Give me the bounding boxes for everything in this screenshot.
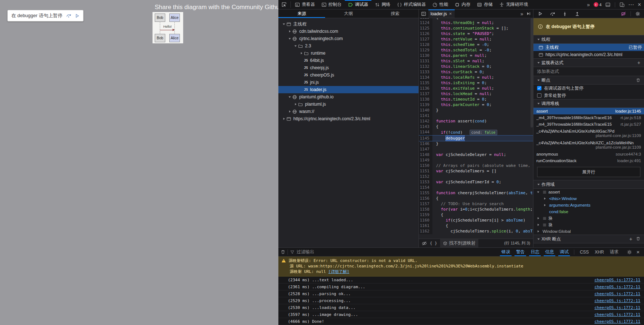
console-filter-调试[interactable]: 调试 [557, 248, 571, 256]
blackbox-source-icon[interactable] [422, 241, 427, 246]
scope-row[interactable]: <this>: Window [533, 195, 644, 202]
section-threads[interactable]: 线程 [533, 35, 644, 44]
line-number[interactable]: 1148 [419, 152, 432, 158]
line-number[interactable]: 1129 [419, 48, 432, 53]
scope-row[interactable]: 块 [533, 215, 644, 222]
code-line-1156[interactable]: 1156{ [419, 196, 533, 201]
breakpoint-option[interactable]: 异常处暂停 [533, 92, 644, 99]
code-line-1149[interactable]: 1149 [419, 158, 533, 163]
section-breakpoints[interactable]: 断点 [533, 76, 644, 85]
tree-item-https-cjrtnc.leaningtech.com-2.3-c.html[interactable]: https://cjrtnc.leaningtech.com/2.3/c.htm… [278, 115, 419, 122]
scope-row[interactable]: Window: Global [533, 228, 644, 235]
code-line-1126[interactable]: 1126 this.state = "PAUSED"; [419, 31, 533, 37]
line-number[interactable]: 1126 [419, 31, 432, 37]
chevron-right-icon[interactable] [542, 197, 547, 200]
line-number[interactable]: 1145 [419, 136, 432, 141]
chevron-down-icon[interactable] [293, 44, 298, 47]
tree-item-cdn.tailwindcss.com[interactable]: cdn.tailwindcss.com [278, 28, 419, 35]
scope-row[interactable]: assert [533, 189, 644, 195]
remove-breakpoints-trash-icon[interactable] [636, 78, 640, 82]
line-number[interactable]: 1137 [419, 91, 432, 97]
code-line-1130[interactable]: 1130 this.parent = null; [419, 53, 533, 59]
learn-more-link[interactable]: [详细了解] [328, 269, 349, 274]
code-line-1137[interactable]: 1137 this.lockHead = null; [419, 91, 533, 97]
code-line-1133[interactable]: 1133 this.curStack = 0; [419, 70, 533, 75]
code-line-1143[interactable]: 1143{ [419, 124, 533, 130]
chevron-down-icon[interactable] [536, 191, 541, 193]
add-xhr-breakpoint-icon[interactable]: + [629, 236, 632, 242]
console-filter-信息[interactable]: 信息 [543, 248, 556, 256]
split-console-icon[interactable] [605, 2, 610, 7]
code-line-1128[interactable]: 1128 this.schedTime = -0; [419, 42, 533, 48]
line-number[interactable]: 1146 [419, 141, 432, 147]
add-expression-input[interactable]: 添加表达式 [533, 67, 644, 76]
code-line-1145[interactable]: 1145 debugger [419, 135, 533, 141]
line-number[interactable]: 1143 [419, 124, 432, 130]
code-line-1153[interactable]: 1153var cjScheduledTimerId = 0; [419, 180, 533, 185]
step-out-icon[interactable] [575, 11, 580, 16]
code-area[interactable]: 1123{1124 this.threadObj = null;1125 thi… [419, 18, 533, 239]
expand-rows-button[interactable]: 展开行 [537, 167, 640, 177]
line-number[interactable]: 1142 [419, 119, 432, 124]
scope-row[interactable]: arguments: Arguments [533, 202, 644, 208]
code-line-1150[interactable]: 1150// Arrays of pairs (absolute wake ti… [419, 163, 533, 169]
line-number[interactable]: 1156 [419, 196, 432, 201]
debugger-settings-gear-icon[interactable] [635, 11, 640, 16]
add-watch-icon[interactable]: + [637, 60, 640, 65]
line-number[interactable]: 1158 [419, 207, 432, 212]
chevron-right-icon[interactable] [542, 204, 547, 207]
console-settings-gear-icon[interactable] [627, 250, 632, 255]
line-number[interactable]: 1159 [419, 212, 432, 218]
code-line-1157[interactable]: 1157 // TODO: Use binary search [419, 201, 533, 207]
tree-item-jni.js[interactable]: JSjni.js [278, 79, 419, 86]
resume-icon[interactable] [538, 11, 543, 16]
scope-row[interactable]: 块 [533, 222, 644, 228]
code-line-1155[interactable]: 1155function cheerpjScheduleTimer(absTim… [419, 191, 533, 196]
chevron-right-icon[interactable] [536, 217, 541, 220]
code-line-1148[interactable]: 1148var cjScheduleDelayer = null; [419, 152, 533, 158]
source-tab-来源[interactable]: 来源 [278, 9, 325, 18]
tree-item-cjrtnc.leaningtech.com[interactable]: cjrtnc.leaningtech.com [278, 35, 419, 42]
tab-memory[interactable]: 内存 [451, 0, 474, 9]
code-line-1146[interactable]: 1146} [419, 141, 533, 147]
clear-console-trash-icon[interactable] [281, 250, 285, 254]
line-number[interactable]: 1157 [419, 201, 432, 207]
step-in-icon[interactable] [562, 11, 567, 16]
tab-overflow-chevrons[interactable]: » [520, 11, 523, 16]
more-tabs-chevrons[interactable]: » [587, 2, 590, 7]
line-number[interactable]: 1124 [419, 20, 432, 26]
console-filter-CSS[interactable]: CSS [577, 249, 591, 255]
line-number[interactable]: 1153 [419, 180, 432, 185]
code-line-1140[interactable]: 1140} [419, 108, 533, 113]
error-count-badge[interactable]: !4 [594, 2, 602, 7]
console-filter-请求[interactable]: 请求 [607, 248, 621, 256]
chevron-down-icon[interactable] [287, 95, 292, 98]
console-filter-XHR[interactable]: XHR [592, 249, 606, 255]
line-number[interactable]: 1139 [419, 102, 432, 108]
stack-frame[interactable]: runContinuationStackloader.js:491 [533, 157, 644, 164]
line-number[interactable]: 1134 [419, 75, 432, 81]
line-number[interactable]: 1132 [419, 64, 432, 70]
thread-row[interactable]: 主线程已暂停 [533, 44, 644, 51]
tree-item-runtime[interactable]: runtime [278, 50, 419, 57]
close-tab-icon[interactable]: × [449, 11, 452, 16]
line-number[interactable]: 1152 [419, 174, 432, 180]
chevron-right-icon[interactable] [293, 103, 298, 106]
stack-frame[interactable]: _m4_39Throwable16fillInStackTraceE15rt.j… [533, 121, 644, 128]
stack-frame[interactable]: assertloader.js:1145 [533, 108, 644, 114]
tab-style-editor[interactable]: 样式编辑器 [394, 0, 429, 9]
code-line-1132[interactable]: 1132 this.linearStack = 0; [419, 64, 533, 70]
code-line-1159[interactable]: 1159 { [419, 212, 533, 218]
section-call-stack[interactable]: 调用堆栈 [533, 99, 644, 108]
tab-inspector[interactable]: 查看器 [292, 0, 318, 9]
line-number[interactable]: 1131 [419, 59, 432, 64]
pretty-print-icon[interactable]: { } [430, 241, 437, 245]
code-line-1131[interactable]: 1131 this.sSlot = null; [419, 59, 533, 64]
line-number[interactable]: 1136 [419, 86, 432, 91]
code-line-1129[interactable]: 1129 this.schedTotal = -0; [419, 48, 533, 53]
tab-debugger[interactable]: 调试器 [345, 0, 371, 9]
close-devtools-icon[interactable]: × [638, 2, 641, 8]
tab-performance[interactable]: 性能 [429, 0, 451, 9]
tree-item--[interactable]: 主线程 [278, 20, 419, 28]
editor-scrollbar[interactable] [531, 18, 533, 128]
